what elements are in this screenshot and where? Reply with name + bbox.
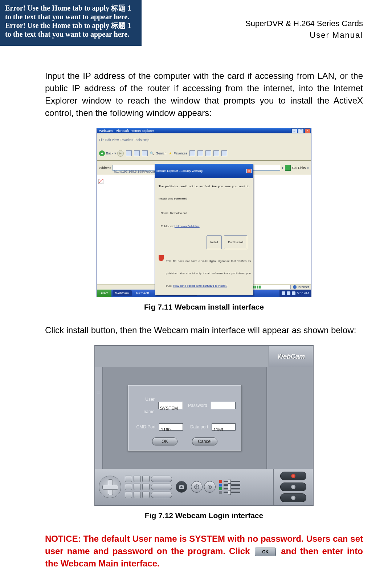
slider-3[interactable] (224, 488, 240, 489)
security-footer-link[interactable]: How can I decide what software to instal… (173, 284, 227, 287)
sliders (219, 480, 240, 494)
ie-window: WebCam - Microsoft Internet Explorer _ □… (97, 128, 311, 297)
progress-bar (249, 285, 291, 289)
play-button[interactable] (280, 483, 306, 491)
figure-caption-2: Fig 7.12 Webcam Login interface (145, 509, 263, 522)
home-icon[interactable] (142, 150, 148, 156)
tray-icon[interactable] (282, 291, 285, 295)
layout-1[interactable] (134, 476, 141, 482)
slider-2[interactable] (224, 484, 240, 486)
favorites-label[interactable]: Favorites (174, 147, 187, 160)
back-label: Back (106, 147, 113, 160)
dialog-close-button[interactable]: × (246, 169, 252, 173)
security-warning-message: The publisher could not be verified. Are… (159, 185, 249, 200)
record-button[interactable] (191, 481, 203, 493)
ch-prev-2[interactable] (125, 484, 132, 490)
start-button[interactable]: start (97, 290, 111, 297)
snapshot-button[interactable] (176, 481, 187, 493)
taskbar-task[interactable]: Microsoft ... (133, 290, 156, 296)
preset-3[interactable] (151, 492, 172, 498)
grip-icon[interactable]: ||| (95, 418, 102, 469)
username-input[interactable]: SYSTEM (158, 402, 183, 409)
go-label: Go (292, 162, 297, 174)
ch-prev-3[interactable] (125, 492, 132, 498)
preset-2[interactable] (151, 484, 172, 490)
audio-button[interactable] (204, 481, 216, 493)
history-icon[interactable] (189, 150, 195, 156)
cmdport-input[interactable]: 1160 (159, 423, 183, 431)
minimize-button[interactable]: _ (291, 128, 297, 133)
cancel-button[interactable]: Cancel (192, 437, 217, 445)
product-title: SuperDVR & H.264 Series Cards (245, 19, 363, 28)
ch-prev[interactable] (125, 476, 132, 482)
stop-icon[interactable] (126, 150, 132, 156)
forward-button[interactable]: ► (117, 150, 124, 157)
dataport-label: Data port (187, 421, 208, 433)
maximize-button[interactable]: □ (298, 128, 304, 133)
left-bar: ||| ||| (95, 367, 103, 469)
close-button[interactable]: × (305, 128, 310, 133)
preset-1[interactable] (151, 476, 172, 482)
tray-icon[interactable] (287, 291, 290, 295)
grip-icon[interactable]: ||| (95, 367, 102, 418)
ptz-control[interactable] (99, 476, 121, 498)
mail-icon[interactable] (197, 150, 203, 156)
taskbar-task[interactable]: WebCam (113, 290, 132, 296)
paragraph-1: Input the IP address of the computer wit… (45, 70, 363, 119)
tray-icon[interactable] (292, 291, 295, 295)
ie-menu-bar[interactable]: File Edit View Favorites Tools Help (97, 133, 311, 146)
notice-text: NOTICE: The default User name is SYSTEM … (45, 533, 363, 569)
svg-point-10 (209, 486, 211, 488)
layout-9[interactable] (134, 492, 141, 498)
ie-viewport: Internet Explorer - Security Warning × T… (97, 175, 311, 284)
username-label: User name (134, 393, 155, 418)
led-icon (219, 491, 222, 494)
ie-title-bar: WebCam - Microsoft Internet Explorer _ □… (97, 128, 311, 133)
security-publisher-label: Publisher: (161, 225, 174, 228)
dont-install-button[interactable]: Don't Install (224, 235, 247, 249)
security-publisher-value: Unknown Publisher (175, 225, 200, 228)
go-button[interactable] (285, 165, 291, 171)
print-icon[interactable] (205, 150, 211, 156)
ptz-horz[interactable] (102, 485, 118, 490)
right-panel (267, 367, 313, 469)
dataport-input[interactable]: 1159 (212, 423, 236, 431)
ch-next-3[interactable] (142, 492, 150, 498)
page-header: Error! Use the Home tab to apply 标题 1 to… (0, 0, 392, 46)
header-right: SuperDVR & H.264 Series Cards User Manua… (142, 0, 392, 46)
stop-button[interactable] (280, 493, 306, 502)
security-warning-title: Internet Explorer - Security Warning (156, 165, 203, 177)
discuss-icon[interactable] (221, 150, 227, 156)
install-button[interactable]: Install (207, 235, 222, 249)
app-top-panel (95, 346, 269, 367)
ok-button[interactable]: OK (152, 437, 177, 445)
refresh-icon[interactable] (134, 150, 140, 156)
address-label: Address (99, 162, 111, 174)
video-area: User name SYSTEM Password CMD Port 1160 … (103, 367, 267, 469)
links-label[interactable]: Links (298, 162, 306, 174)
broken-image-icon (98, 177, 103, 189)
security-name-value: Remoteo.cab (170, 211, 188, 215)
led-icon (219, 484, 222, 487)
system-tray[interactable]: 5:03 AM (279, 290, 311, 297)
slider-1[interactable] (224, 481, 240, 482)
layout-4[interactable] (134, 484, 141, 490)
control-panel (95, 469, 273, 505)
doc-type: User Manual (310, 31, 363, 40)
search-label[interactable]: Search (156, 147, 167, 160)
svg-rect-5 (180, 485, 183, 486)
password-label: Password (187, 399, 207, 412)
ie-toolbar: ◄ Back ▾ ► 🔍 Search ★ Favorites (97, 146, 311, 161)
password-input[interactable] (211, 402, 236, 409)
ch-next[interactable] (142, 476, 150, 482)
security-footer-text: This file does not have a valid digital … (166, 259, 251, 287)
paragraph-2: Click install button, then the Webcam ma… (45, 324, 363, 336)
ch-next-2[interactable] (142, 484, 150, 490)
rec-button[interactable] (280, 472, 306, 480)
slider-4[interactable] (224, 492, 240, 493)
edit-icon[interactable] (213, 150, 219, 156)
header-error-text: Error! Use the Home tab to apply 标题 1 to… (0, 0, 142, 46)
back-button[interactable]: ◄ (99, 150, 105, 156)
shield-icon (159, 255, 164, 261)
security-warning-dialog: Internet Explorer - Security Warning × T… (155, 164, 253, 295)
